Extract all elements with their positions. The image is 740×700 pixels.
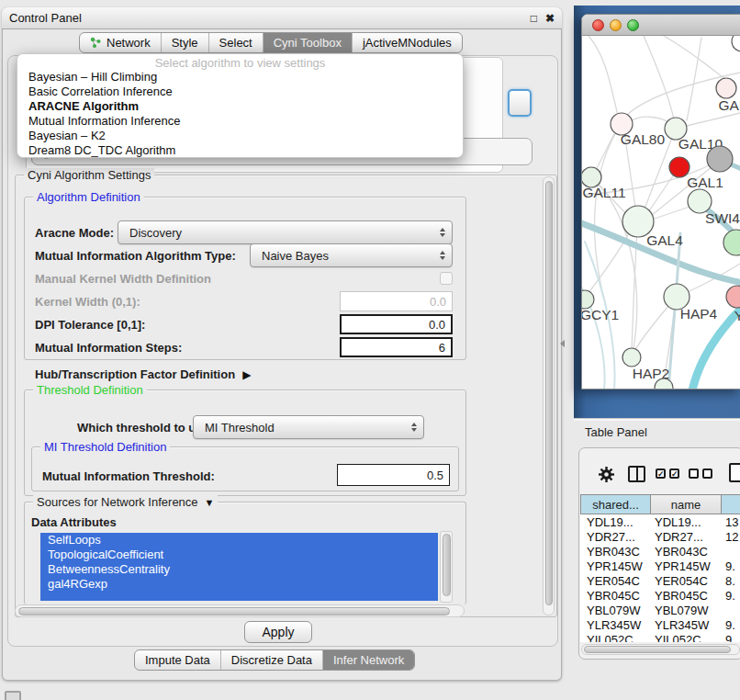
tab-infer-network-label: Infer Network <box>333 653 404 667</box>
gear-icon[interactable] <box>597 465 615 483</box>
settings-scrollbar-thumb[interactable] <box>545 181 553 605</box>
mi-threshold-group-title: MI Threshold Definition <box>40 440 170 454</box>
network-edge[interactable] <box>687 38 701 120</box>
network-edge[interactable] <box>681 113 740 128</box>
sources-title: Sources for Network Inference <box>37 495 198 509</box>
tab-cyni-toolbox[interactable]: Cyni Toolbox <box>263 33 352 52</box>
table-row[interactable]: YIL052CYIL052C9 <box>580 633 740 642</box>
tab-select[interactable]: Select <box>208 33 263 52</box>
algorithm-option[interactable]: Bayesian – Hill Climbing <box>17 70 463 85</box>
attributes-list-scrollbar[interactable] <box>440 531 453 603</box>
bottom-left-partial-icon[interactable] <box>5 691 21 700</box>
network-node-gray-node[interactable] <box>707 146 733 172</box>
network-node-green-right[interactable] <box>723 230 740 255</box>
table-cell-shared: YER054C <box>580 574 651 589</box>
which-threshold-combo[interactable]: MI Threshold <box>193 415 424 439</box>
network-edge[interactable] <box>589 36 618 116</box>
network-window-titlebar[interactable] <box>582 15 740 36</box>
network-node-top-right[interactable] <box>732 36 740 51</box>
horizontal-scrollbar-thumb[interactable] <box>18 607 450 615</box>
zoom-traffic-light-icon[interactable] <box>627 19 639 31</box>
panel-resize-handle[interactable] <box>560 340 565 347</box>
settings-vertical-scrollbar[interactable] <box>543 176 555 615</box>
new-column-icon[interactable] <box>729 463 740 482</box>
tab-network[interactable]: Network <box>80 33 161 52</box>
manual-kernel-width-checkbox[interactable] <box>440 272 453 285</box>
network-node-pink-right[interactable] <box>726 286 740 308</box>
tab-jactivemnodules-label: jActiveMNodules <box>363 36 452 50</box>
data-attributes-list: SelfLoops TopologicalCoefficient Between… <box>40 533 438 601</box>
unchecked-columns-icon[interactable] <box>689 469 712 479</box>
close-window-icon[interactable]: ✖ <box>545 12 555 25</box>
mi-algorithm-type-label: Mutual Information Algorithm Type: <box>35 249 236 263</box>
mutual-information-threshold-label: Mutual Information Threshold: <box>42 469 215 483</box>
network-canvas[interactable]: GALGAL80GAL10GAL1GAL11SWI4GAL4GCY1HAP4YH… <box>582 36 740 390</box>
column-split-icon[interactable] <box>628 466 645 482</box>
mutual-information-threshold-field[interactable]: 0.5 <box>337 464 450 486</box>
table-row[interactable]: YPR145WYPR145W9. <box>580 559 740 574</box>
network-node-hap2[interactable] <box>622 348 641 367</box>
table-row[interactable]: YLR345WYLR345W9. <box>580 618 740 633</box>
dpi-tolerance-label: DPI Tolerance [0,1]: <box>35 318 145 332</box>
which-threshold-value: MI Threshold <box>205 421 275 435</box>
tab-impute-data-label: Impute Data <box>145 653 210 667</box>
data-attribute-item[interactable]: BetweennessCentrality <box>40 562 438 577</box>
settings-horizontal-scrollbar[interactable] <box>15 604 465 617</box>
table-scrollbar-thumb[interactable] <box>584 646 731 653</box>
tab-impute-data[interactable]: Impute Data <box>135 650 220 670</box>
table-row[interactable]: YDR27...YDR27...12 <box>580 530 740 545</box>
column-header-partial[interactable]: A <box>722 494 740 514</box>
aracne-mode-label: Aracne Mode: <box>35 226 114 240</box>
network-node-gcy1[interactable] <box>582 290 594 309</box>
table-cell-value <box>722 604 740 618</box>
data-attribute-item[interactable]: gal4RGexp <box>40 577 438 592</box>
table-panel-divider <box>574 418 740 421</box>
table-row[interactable]: YBR043CYBR043C <box>580 545 740 559</box>
minimize-traffic-light-icon[interactable] <box>610 19 622 31</box>
algorithm-dropdown: Select algorithm to view settings Bayesi… <box>17 53 464 158</box>
mi-steps-value: 6 <box>439 341 445 355</box>
tab-jactivemnodules[interactable]: jActiveMNodules <box>352 33 462 52</box>
algorithm-dropdown-header: Select algorithm to view settings <box>17 56 463 70</box>
close-traffic-light-icon[interactable] <box>592 19 604 31</box>
tab-discretize-data[interactable]: Discretize Data <box>220 650 322 670</box>
network-edge[interactable] <box>582 219 740 283</box>
mi-steps-field[interactable]: 6 <box>340 337 453 357</box>
attributes-scrollbar-thumb[interactable] <box>443 534 451 596</box>
algorithm-option-selected[interactable]: ARACNE Algorithm <box>17 99 463 114</box>
data-attribute-item-partial[interactable] <box>40 592 438 601</box>
mi-algorithm-type-combo[interactable]: Naive Bayes <box>250 243 453 267</box>
kernel-width-field[interactable]: 0.0 <box>340 291 453 311</box>
checkbox-checked-icon: ✓ <box>669 469 679 479</box>
network-node-gal-cut[interactable] <box>716 78 736 98</box>
algorithm-option[interactable]: Basic Correlation Inference <box>17 85 463 99</box>
data-attribute-item[interactable]: TopologicalCoefficient <box>40 548 438 562</box>
control-panel-titlebar[interactable]: Control Panel □ ✖ <box>2 7 562 29</box>
table-row[interactable]: YER054CYER054C8. <box>580 574 740 589</box>
focused-combo-end[interactable] <box>508 89 532 117</box>
tab-style[interactable]: Style <box>161 33 208 52</box>
apply-button[interactable]: Apply <box>244 621 312 643</box>
table-row[interactable]: YBL079WYBL079W <box>580 604 740 618</box>
hub-definition-toggle[interactable]: Hub/Transcription Factor Definition ▶ <box>35 367 251 381</box>
table-horizontal-scrollbar[interactable] <box>581 644 740 655</box>
float-window-icon[interactable]: □ <box>531 12 537 25</box>
network-edge[interactable] <box>631 117 671 124</box>
algorithm-option[interactable]: Bayesian – K2 <box>17 129 463 143</box>
table-row[interactable]: YDL19...YDL19...13 <box>580 515 740 530</box>
table-cell-value: 9. <box>722 618 740 633</box>
control-panel-tabbar: Network Style Select Cyni Toolbox jActiv… <box>79 32 463 53</box>
aracne-mode-combo[interactable]: Discovery <box>118 220 453 244</box>
tab-infer-network[interactable]: Infer Network <box>322 650 414 670</box>
algorithm-option[interactable]: Dream8 DC_TDC Algorithm <box>17 143 463 158</box>
dpi-tolerance-field[interactable]: 0.0 <box>340 314 453 334</box>
algorithm-option[interactable]: Mutual Information Inference <box>17 114 463 129</box>
network-edge[interactable] <box>644 36 674 119</box>
checked-columns-icon[interactable]: ✓ ✓ <box>656 469 679 479</box>
column-header-name[interactable]: name <box>651 494 722 514</box>
table-row[interactable]: YBR045CYBR045C9. <box>580 589 740 604</box>
data-attribute-item[interactable]: SelfLoops <box>40 533 438 548</box>
sources-toggle[interactable]: Sources for Network Inference ▼ <box>33 495 218 509</box>
column-header-shared[interactable]: shared... <box>580 494 651 514</box>
tab-cyni-toolbox-label: Cyni Toolbox <box>274 36 342 50</box>
